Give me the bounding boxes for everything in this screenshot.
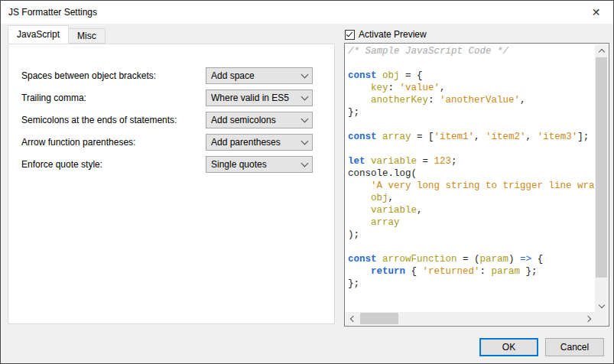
code-line (348, 241, 595, 253)
cancel-button-label: Cancel (560, 342, 589, 353)
chevron-down-icon (301, 160, 309, 167)
code-line: const array = ['item1', 'item2', 'item3'… (348, 131, 595, 143)
horizontal-scrollbar[interactable] (346, 312, 595, 325)
code-line: key: 'value', (348, 82, 595, 94)
ok-button[interactable]: OK (479, 338, 538, 356)
tabstrip: JavaScriptMisc (8, 26, 105, 44)
enforce-quote-style-dropdown[interactable]: Single quotes (206, 156, 313, 173)
scroll-right-button[interactable] (582, 312, 595, 325)
scrollbar-corner (595, 312, 608, 325)
code-line: const obj = { (348, 70, 595, 82)
code-line: /* Sample JavaScript Code */ (348, 45, 595, 57)
code-line: const arrowFunction = (param) => { (348, 253, 595, 265)
chevron-left-icon (350, 315, 356, 321)
tab-panel-javascript: Spaces between object brackets:Add space… (8, 44, 335, 324)
code-line: 'A very long string to trigger line wrap… (348, 180, 595, 192)
spaces-between-object-brackets-dropdown[interactable]: Add space (206, 67, 313, 84)
tab-javascript[interactable]: JavaScript (8, 25, 69, 44)
dialog-window: JS Formatter Settings ✕ JavaScriptMisc S… (0, 0, 614, 364)
chevron-up-icon (598, 49, 604, 55)
trailing-comma-dropdown[interactable]: Where valid in ES5 (206, 89, 313, 106)
code-line: array (348, 216, 595, 229)
window-title: JS Formatter Settings (8, 1, 97, 24)
form-row: Trailing comma:Where valid in ES5 (8, 89, 334, 106)
form-row: Arrow function parentheses:Add parenthes… (8, 134, 334, 151)
code-preview-box: /* Sample JavaScript Code */ const obj =… (344, 43, 609, 327)
field-label: Semicolons at the ends of statements: (21, 112, 177, 128)
code-line (348, 143, 595, 155)
dropdown-value: Add parentheses (211, 137, 302, 148)
chevron-right-icon (584, 315, 590, 321)
dropdown-value: Add space (211, 70, 302, 81)
dropdown-value: Single quotes (211, 159, 302, 170)
chevron-down-icon (598, 301, 604, 307)
tab-misc[interactable]: Misc (68, 28, 106, 44)
cancel-button[interactable]: Cancel (545, 338, 604, 356)
field-label: Enforce quote style: (21, 156, 102, 173)
code-preview-area[interactable]: /* Sample JavaScript Code */ const obj =… (346, 44, 595, 312)
scroll-left-button[interactable] (346, 312, 359, 325)
chevron-down-icon (301, 138, 309, 145)
code-line: }; (348, 278, 595, 290)
form-row: Enforce quote style:Single quotes (8, 156, 334, 173)
dropdown-value: Add semicolons (211, 115, 302, 125)
ok-button-label: OK (502, 342, 515, 353)
vertical-scrollbar[interactable] (595, 44, 608, 312)
close-button[interactable]: ✕ (579, 1, 613, 23)
chevron-down-icon (301, 93, 309, 101)
close-icon: ✕ (592, 7, 601, 18)
field-label: Trailing comma: (21, 89, 86, 106)
chevron-down-icon (301, 115, 309, 123)
vertical-scrollbar-thumb[interactable] (596, 57, 607, 278)
scroll-up-button[interactable] (595, 44, 608, 57)
code-line: obj, (348, 192, 595, 204)
code-line (348, 57, 595, 70)
checkbox-label: Activate Preview (359, 29, 427, 40)
code-line: }; (348, 106, 595, 119)
code-line (348, 119, 595, 131)
check-mark-icon (346, 30, 352, 37)
chevron-down-icon (301, 71, 309, 79)
code-line: anotherKey: 'anotherValue', (348, 94, 595, 106)
field-label: Arrow function parentheses: (21, 134, 135, 151)
code-line: variable, (348, 204, 595, 216)
code-line: console.log( (348, 167, 595, 180)
code-line: let variable = 123; (348, 155, 595, 167)
dropdown-value: Where valid in ES5 (211, 93, 302, 103)
field-label: Spaces between object brackets: (21, 67, 156, 84)
form-row: Semicolons at the ends of statements:Add… (8, 112, 334, 128)
titlebar: JS Formatter Settings ✕ (1, 1, 613, 24)
scroll-down-button[interactable] (595, 299, 608, 312)
semicolons-at-the-ends-of-statements-dropdown[interactable]: Add semicolons (206, 112, 313, 128)
activate-preview-checkbox[interactable]: Activate Preview (345, 28, 427, 41)
code-line: ); (348, 229, 595, 241)
arrow-function-parentheses-dropdown[interactable]: Add parentheses (206, 134, 313, 151)
form-row: Spaces between object brackets:Add space (8, 67, 334, 84)
horizontal-scrollbar-thumb[interactable] (360, 313, 398, 324)
code-line: return { 'returned': param }; (348, 265, 595, 278)
checkbox-box (345, 30, 355, 40)
